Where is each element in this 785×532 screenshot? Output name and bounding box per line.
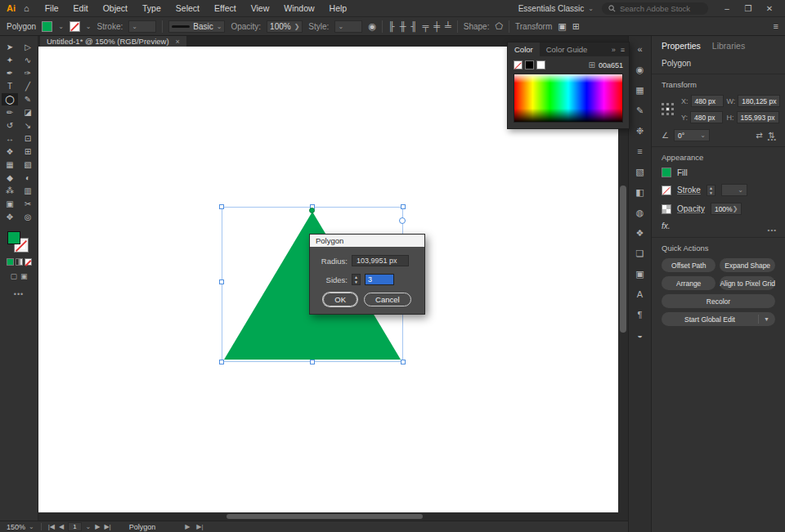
magic-wand-tool[interactable]: ✦ (2, 54, 18, 66)
lasso-tool[interactable]: ∿ (20, 54, 36, 66)
swatches-panel-icon[interactable]: ▦ (632, 83, 648, 96)
shape-options-icon[interactable]: ⬠ (495, 21, 503, 32)
stroke-swatch[interactable] (662, 186, 671, 195)
stroke-weight-select[interactable]: ⌄ (721, 184, 747, 196)
scale-tool[interactable]: ↘ (20, 119, 36, 132)
rotation-select[interactable]: 0° ⌄ (674, 129, 710, 141)
stock-search[interactable] (602, 2, 708, 15)
stroke-panel-icon[interactable]: ≡ (632, 145, 648, 158)
graphic-styles-panel-icon[interactable]: ❖ (632, 226, 648, 239)
recolor-artwork-icon[interactable]: ◉ (368, 21, 376, 32)
fill-label[interactable]: Fill (677, 168, 688, 177)
recolor-button[interactable]: Recolor (662, 294, 775, 308)
artboard-tool[interactable]: ▣ (2, 198, 18, 210)
chevron-down-icon[interactable]: ▼ (758, 315, 769, 324)
zoom-tool[interactable]: ◎ (20, 211, 36, 223)
edit-toolbar-icon[interactable]: ••• (14, 290, 24, 298)
reference-point-locator[interactable] (662, 103, 675, 116)
symbols-panel-icon[interactable]: ❉ (632, 124, 648, 137)
slice-tool[interactable]: ✂ (20, 198, 36, 210)
draw-normal-icon[interactable]: ▢ (10, 272, 17, 280)
ok-button[interactable]: OK (323, 293, 357, 306)
collapse-panels-icon[interactable]: « (632, 42, 648, 56)
close-tab-icon[interactable]: × (176, 38, 180, 46)
collapse-icon[interactable]: » (612, 46, 616, 54)
y-input[interactable]: 480 px (690, 111, 723, 123)
symbol-sprayer-tool[interactable]: ⁂ (2, 185, 18, 197)
menu-item[interactable]: File (38, 2, 66, 15)
type-tool[interactable]: T (2, 80, 18, 92)
stroke-weight-stepper[interactable]: ▲▼ (706, 185, 715, 196)
menu-item[interactable]: View (244, 2, 277, 15)
menu-item[interactable]: Effect (207, 2, 244, 15)
fill-color-well[interactable] (7, 231, 20, 244)
selection-tool[interactable]: ➤ (2, 41, 18, 53)
flip-horizontal-icon[interactable]: ⇄ (756, 131, 762, 140)
panel-menu-icon[interactable]: ≡ (774, 21, 778, 31)
align-to-pixel-grid-button[interactable]: Align to Pixel Grid (720, 276, 775, 290)
draw-behind-icon[interactable]: ▣ (20, 272, 28, 280)
vertical-scroll-thumb[interactable] (620, 186, 626, 333)
selection-handle[interactable] (219, 204, 224, 209)
opacity-select[interactable]: 100% ❯ (267, 20, 303, 33)
panel-menu-icon[interactable]: ≡ (621, 46, 625, 54)
column-graph-tool[interactable]: ▥ (20, 185, 36, 197)
menu-item[interactable]: Help (322, 2, 355, 15)
more-options-icon[interactable]: ••• (768, 136, 777, 143)
home-icon[interactable]: ⌂ (22, 3, 36, 13)
curvature-tool[interactable]: ✑ (20, 67, 36, 79)
dialog-title[interactable]: Polygon (310, 235, 424, 247)
workspace-switcher[interactable]: Essentials Classic ⌄ (518, 4, 594, 13)
menu-item[interactable]: Object (96, 2, 135, 15)
black-swatch[interactable] (525, 60, 534, 69)
hex-value[interactable]: ⊞ 00a651 (589, 60, 623, 69)
paintbrush-tool[interactable]: ✎ (20, 93, 36, 105)
next-artboard-icon[interactable]: ▶ (95, 523, 100, 530)
offset-path-button[interactable]: Offset Path (662, 258, 715, 272)
pencil-tool[interactable]: ✏ (2, 106, 18, 118)
menu-item[interactable]: Type (135, 2, 168, 15)
artboards-panel-icon[interactable]: ▣ (632, 267, 648, 280)
chevron-down-icon[interactable]: ⌄ (86, 523, 92, 530)
libraries-panel-icon[interactable]: ◒ (632, 329, 648, 342)
fill-swatch[interactable] (662, 168, 671, 177)
restore-button[interactable]: ❐ (738, 4, 759, 13)
blend-tool[interactable]: ◐ (20, 172, 36, 184)
direct-selection-tool[interactable]: ▷ (20, 41, 36, 53)
transform-label[interactable]: Transform (515, 22, 552, 31)
status-arrow-icon[interactable]: ▶| (196, 523, 203, 530)
stroke-weight-select[interactable]: ⌄ (128, 20, 156, 33)
type-panel-icon[interactable]: A (632, 288, 648, 301)
previous-artboard-icon[interactable]: ◀ (59, 523, 64, 530)
effects-button[interactable]: fx. (662, 221, 671, 230)
chevron-down-icon[interactable]: ⌄ (86, 23, 92, 30)
none-button[interactable] (25, 258, 32, 266)
isolate-icon[interactable]: ▣ (558, 21, 566, 32)
tab-color-guide[interactable]: Color Guide (540, 42, 594, 56)
brush-select[interactable]: Basic ⌄ (168, 20, 225, 33)
arrange-button[interactable]: Arrange (662, 276, 715, 290)
gradient-panel-icon[interactable]: ▧ (632, 165, 648, 178)
fill-swatch[interactable] (42, 21, 52, 32)
shape-builder-tool[interactable]: ❖ (2, 145, 18, 158)
perspective-grid-tool[interactable]: ⊞ (20, 145, 36, 158)
selection-handle[interactable] (219, 279, 224, 284)
tab-properties[interactable]: Properties (662, 41, 701, 51)
first-artboard-icon[interactable]: |◀ (48, 523, 55, 530)
ellipse-tool[interactable]: ◯ (2, 93, 18, 105)
appearance-panel-icon[interactable]: ◍ (632, 206, 648, 219)
chevron-down-icon[interactable]: ⌄ (58, 23, 64, 30)
start-global-edit-button[interactable]: Start Global Edit ▼ (662, 312, 775, 326)
free-transform-tool[interactable]: ⊡ (20, 132, 36, 145)
align-right-icon[interactable]: ╢ (411, 21, 418, 31)
status-arrow-icon[interactable]: ▶ (185, 523, 190, 530)
artboard-number-field[interactable]: 1 (68, 522, 81, 531)
paragraph-panel-icon[interactable]: ¶ (632, 308, 648, 321)
rotate-tool[interactable]: ↺ (2, 119, 18, 132)
align-middle-icon[interactable]: ╪ (433, 21, 440, 31)
selection-handle[interactable] (219, 360, 224, 364)
last-artboard-icon[interactable]: ▶| (104, 523, 110, 530)
zoom-select[interactable]: 150% ⌄ (7, 523, 34, 531)
color-panel-icon[interactable]: ◉ (632, 63, 648, 76)
selection-handle[interactable] (401, 360, 406, 364)
